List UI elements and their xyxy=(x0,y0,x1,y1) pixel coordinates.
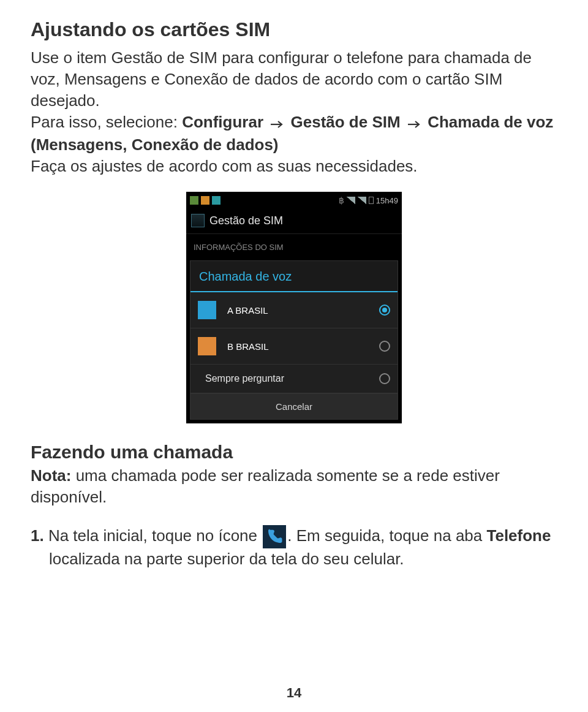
p2a: Para isso, selecione: xyxy=(31,113,182,131)
p2c-gestao: Gestão de SIM xyxy=(291,113,401,131)
dialog-row-always-ask[interactable]: Sempre perguntar xyxy=(190,365,398,393)
radio-icon[interactable] xyxy=(379,373,390,384)
radio-icon[interactable] xyxy=(379,341,390,352)
status-icon xyxy=(201,196,209,205)
step-telefone: Telefone xyxy=(486,526,551,545)
phone-screenshot-wrap: ฿ 15h49 Gestão de SIM INFORMAÇÕES DO SIM… xyxy=(31,192,557,423)
step-1: 1. Na tela inicial, toque no ícone . Em … xyxy=(31,525,557,570)
statusbar-left xyxy=(190,196,221,205)
p2b-configurar: Configurar xyxy=(182,113,263,131)
statusbar-right: ฿ 15h49 xyxy=(339,195,398,205)
bluetooth-icon: ฿ xyxy=(339,195,344,205)
dialog: Chamada de voz x A BRASIL x B BRASIL Sem… xyxy=(190,260,398,420)
radio-selected-icon[interactable] xyxy=(379,305,390,316)
signal-icon xyxy=(347,197,355,204)
step-num: 1. xyxy=(31,526,44,545)
step-text-a: Na tela inicial, toque no ícone xyxy=(44,526,262,545)
sim-icon xyxy=(191,214,205,227)
note-line: Nota: uma chamada pode ser realizada som… xyxy=(31,465,557,508)
section-body-3: Faça os ajustes de acordo com as suas ne… xyxy=(31,156,557,177)
battery-icon xyxy=(369,197,374,204)
status-icon xyxy=(212,196,221,205)
dialog-title: Chamada de voz xyxy=(190,261,398,292)
section-title-sim: Ajustando os cartões SIM xyxy=(31,18,557,41)
phone-screenshot: ฿ 15h49 Gestão de SIM INFORMAÇÕES DO SIM… xyxy=(186,192,402,423)
app-header: Gestão de SIM xyxy=(186,209,402,234)
section-label: INFORMAÇÕES DO SIM xyxy=(186,234,402,257)
arrow-icon xyxy=(270,113,284,134)
page-number: 14 xyxy=(0,685,588,701)
statusbar: ฿ 15h49 xyxy=(186,192,402,209)
dialog-row-sim-b[interactable]: x B BRASIL xyxy=(190,328,398,365)
row-label: A BRASIL xyxy=(227,305,268,316)
section-title-call: Fazendo uma chamada xyxy=(31,442,557,463)
sim-square-icon xyxy=(198,337,216,355)
signal-icon xyxy=(358,197,366,204)
note-label: Nota: xyxy=(31,466,71,485)
sim-square-icon xyxy=(198,301,216,319)
row-label: Sempre perguntar xyxy=(205,373,372,384)
app-title: Gestão de SIM xyxy=(209,214,283,227)
arrow-icon xyxy=(407,113,421,134)
status-icon xyxy=(190,196,198,205)
step-text-d: localizada na parte superior da tela do … xyxy=(49,550,404,568)
dialog-row-sim-a[interactable]: x A BRASIL xyxy=(190,292,398,328)
p1: Use o item Gestão de SIM para configurar… xyxy=(31,48,532,110)
dialog-cancel-button[interactable]: Cancelar xyxy=(190,393,398,419)
step-text-b: . Em seguida, toque na aba xyxy=(287,526,486,545)
section-body-1: Use o item Gestão de SIM para configurar… xyxy=(31,47,557,112)
status-time: 15h49 xyxy=(376,196,398,205)
phone-app-icon xyxy=(263,525,286,548)
section-body-2: Para isso, selecione: Configurar Gestão … xyxy=(31,112,557,156)
note-body: uma chamada pode ser realizada somente s… xyxy=(31,466,500,506)
row-label: B BRASIL xyxy=(227,341,269,352)
